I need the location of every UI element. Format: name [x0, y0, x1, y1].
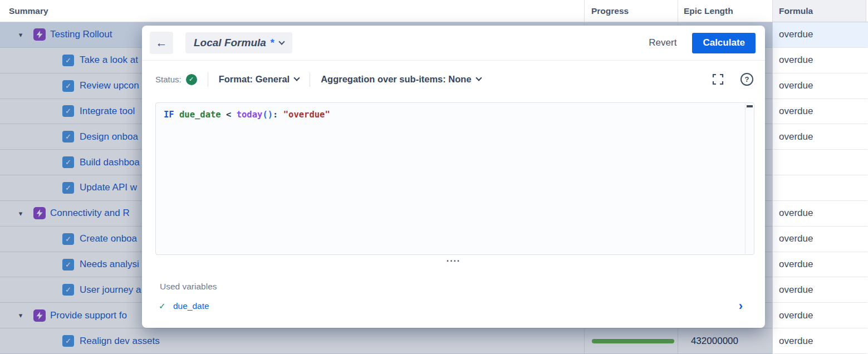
- used-variables-list: ✓due_date›: [159, 299, 765, 313]
- column-header-gap: [765, 0, 772, 22]
- formula-value: overdue: [779, 106, 813, 117]
- formula-cell[interactable]: overdue: [772, 227, 866, 252]
- used-variable-row[interactable]: ✓due_date›: [159, 299, 765, 313]
- formula-cell[interactable]: overdue: [772, 73, 866, 99]
- code-token-string: "overdue": [283, 110, 330, 120]
- code-token-operator: :: [273, 110, 278, 120]
- fullscreen-button[interactable]: [712, 73, 724, 85]
- chevron-down-icon: [475, 75, 482, 81]
- formula-cell[interactable]: overdue: [772, 124, 866, 150]
- code-token-plain: [221, 110, 226, 120]
- fullscreen-icon: [712, 73, 724, 85]
- used-variables-heading: Used variables: [160, 282, 765, 292]
- formula-cell[interactable]: [772, 150, 866, 175]
- format-dropdown[interactable]: Format: General: [219, 74, 299, 85]
- formula-cell[interactable]: [772, 175, 866, 201]
- column-header-epic-length[interactable]: Epic Length: [678, 0, 765, 22]
- variable-ok-icon: ✓: [159, 301, 170, 311]
- column-header-formula[interactable]: Formula: [772, 0, 866, 22]
- expand-variable-chevron-icon[interactable]: ›: [739, 301, 743, 312]
- code-token-paren: (): [262, 110, 273, 120]
- code-token-variable: due_date: [179, 110, 221, 120]
- column-header-progress[interactable]: Progress: [585, 0, 678, 22]
- status-ok-icon: ✓: [186, 74, 197, 85]
- status-label: Status:: [155, 75, 182, 84]
- divider: [208, 72, 208, 87]
- formula-value: overdue: [779, 259, 813, 270]
- formula-value: overdue: [779, 284, 813, 296]
- formula-cell[interactable]: overdue: [772, 201, 866, 227]
- dialog-toolbar: Status: ✓ Format: General Aggregation ov…: [142, 61, 765, 98]
- formula-value: overdue: [779, 29, 813, 40]
- formula-value: overdue: [779, 55, 813, 66]
- code-token-plain: [174, 110, 179, 120]
- formula-cell[interactable]: overdue: [772, 48, 866, 73]
- code-token-plain: [278, 110, 283, 120]
- formula-value: overdue: [779, 131, 813, 142]
- formula-editor-dialog: ← Local Formula * Revert Calculate Statu…: [142, 26, 765, 328]
- formula-value: overdue: [779, 310, 813, 321]
- formula-value: overdue: [779, 336, 813, 347]
- scrollbar-thumb[interactable]: [747, 105, 753, 107]
- formula-value: overdue: [779, 80, 813, 91]
- dialog-header: ← Local Formula * Revert Calculate: [142, 26, 765, 60]
- formula-cell[interactable]: overdue: [772, 328, 866, 354]
- code-token-plain: [231, 110, 236, 120]
- code-line: IF due_date < today(): "overdue": [156, 103, 754, 126]
- aggregation-dropdown[interactable]: Aggregation over sub-items: None: [321, 74, 480, 85]
- formula-value: overdue: [779, 233, 813, 244]
- back-arrow-icon: ←: [156, 36, 168, 50]
- back-button[interactable]: ←: [150, 32, 173, 54]
- formula-cell[interactable]: overdue: [772, 22, 866, 48]
- code-token-operator: <: [226, 110, 231, 120]
- editor-resize-handle[interactable]: ····: [142, 257, 765, 268]
- formula-cell[interactable]: overdue: [772, 99, 866, 125]
- revert-button[interactable]: Revert: [649, 37, 676, 48]
- formula-cell[interactable]: overdue: [772, 303, 866, 328]
- variable-name-link[interactable]: due_date: [173, 301, 209, 311]
- column-header-summary[interactable]: Summary: [0, 0, 585, 22]
- help-icon: ?: [741, 73, 753, 86]
- dialog-title: Local Formula: [194, 37, 266, 49]
- chevron-down-icon: [293, 75, 300, 81]
- calculate-button[interactable]: Calculate: [692, 33, 756, 53]
- formula-value: overdue: [779, 208, 813, 219]
- unsaved-changes-mark: *: [270, 37, 274, 49]
- help-button[interactable]: ?: [741, 73, 753, 86]
- divider: [310, 72, 310, 87]
- formula-code-editor[interactable]: IF due_date < today(): "overdue": [155, 102, 754, 255]
- code-token-keyword: IF: [164, 110, 174, 120]
- structure-board: Summary Progress Epic Length Formula ▾Te…: [0, 0, 868, 354]
- editor-scrollbar[interactable]: [745, 104, 753, 254]
- formula-cell[interactable]: overdue: [772, 252, 866, 278]
- formula-cell[interactable]: overdue: [772, 277, 866, 303]
- chevron-down-icon: [279, 38, 285, 45]
- formula-name-dropdown[interactable]: Local Formula *: [185, 32, 292, 53]
- code-token-function: today: [237, 110, 263, 120]
- table-header: Summary Progress Epic Length Formula: [0, 0, 868, 22]
